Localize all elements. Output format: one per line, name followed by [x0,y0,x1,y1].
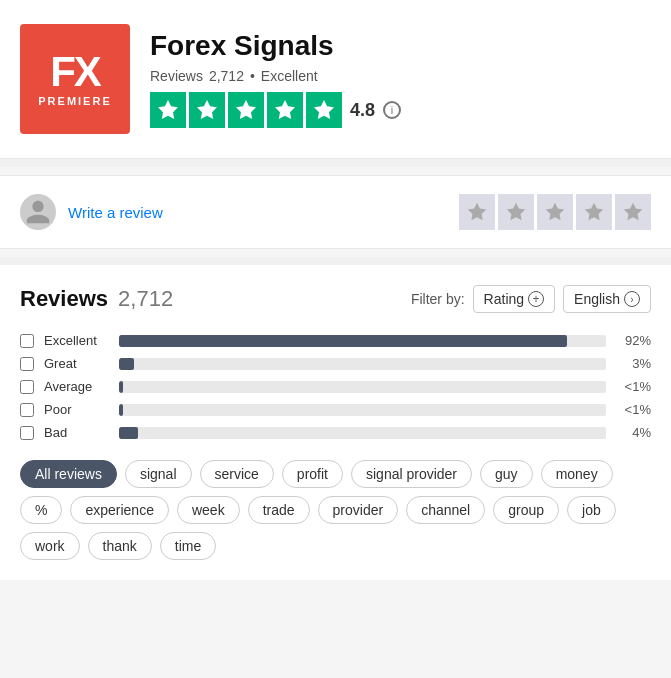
poor-bar [119,404,123,416]
tag-channel[interactable]: channel [406,496,485,524]
reviews-label: Reviews [150,68,203,84]
rating-filter-button[interactable]: Rating + [473,285,555,313]
filter-area: Filter by: Rating + English › [411,285,651,313]
empty-star-1 [459,194,495,230]
bad-pct: 4% [616,425,651,440]
reviews-meta: Reviews 2,712 • Excellent [150,68,401,84]
tags-section: All reviewssignalserviceprofitsignal pro… [20,460,651,560]
company-logo: FX PREMIERE [20,24,130,134]
star-2 [189,92,225,128]
language-filter-button[interactable]: English › [563,285,651,313]
bad-checkbox[interactable] [20,426,34,440]
great-pct: 3% [616,356,651,371]
bad-bar-container [119,427,606,439]
tag-money[interactable]: money [541,460,613,488]
tag-thank[interactable]: thank [88,532,152,560]
empty-star-2 [498,194,534,230]
reviews-title: Reviews [20,286,108,312]
quality-label: Excellent [261,68,318,84]
star-4 [267,92,303,128]
top-section: FX PREMIERE Forex Signals Reviews 2,712 … [0,0,671,159]
user-area: Write a review [20,194,163,230]
great-bar-container [119,358,606,370]
logo-premiere: PREMIERE [38,95,111,107]
rating-row-bad[interactable]: Bad 4% [20,425,651,440]
logo-fx: FX [50,51,100,93]
tag-group[interactable]: group [493,496,559,524]
tag-All-reviews[interactable]: All reviews [20,460,117,488]
average-label: Average [44,379,109,394]
bad-label: Bad [44,425,109,440]
tag-%[interactable]: % [20,496,62,524]
dot-separator: • [250,68,255,84]
tag-work[interactable]: work [20,532,80,560]
excellent-pct: 92% [616,333,651,348]
reviews-count-main: 2,712 [118,286,173,312]
tag-time[interactable]: time [160,532,216,560]
tag-job[interactable]: job [567,496,616,524]
poor-label: Poor [44,402,109,417]
company-name: Forex Signals [150,30,401,62]
poor-pct: <1% [616,402,651,417]
average-pct: <1% [616,379,651,394]
tag-signal-provider[interactable]: signal provider [351,460,472,488]
excellent-checkbox[interactable] [20,334,34,348]
language-filter-label: English [574,291,620,307]
avatar [20,194,56,230]
language-arrow-icon: › [624,291,640,307]
reviews-title-area: Reviews 2,712 [20,286,173,312]
write-review-link[interactable]: Write a review [68,204,163,221]
tag-service[interactable]: service [200,460,274,488]
tag-provider[interactable]: provider [318,496,399,524]
tag-guy[interactable]: guy [480,460,533,488]
bad-bar [119,427,138,439]
star-5 [306,92,342,128]
svg-marker-5 [468,203,486,220]
great-bar [119,358,134,370]
rating-row-average[interactable]: Average <1% [20,379,651,394]
average-bar-container [119,381,606,393]
empty-stars [459,194,651,230]
reviews-section: Reviews 2,712 Filter by: Rating + Englis… [0,265,671,580]
tag-experience[interactable]: experience [70,496,169,524]
trust-stars [150,92,342,128]
excellent-bar [119,335,567,347]
divider-2 [0,257,671,265]
rating-filter-label: Rating [484,291,524,307]
tag-trade[interactable]: trade [248,496,310,524]
stars-row: 4.8 i [150,92,401,128]
tag-signal[interactable]: signal [125,460,192,488]
average-checkbox[interactable] [20,380,34,394]
tag-week[interactable]: week [177,496,240,524]
svg-marker-0 [158,100,178,119]
star-3 [228,92,264,128]
excellent-label: Excellent [44,333,109,348]
svg-marker-6 [507,203,525,220]
poor-checkbox[interactable] [20,403,34,417]
poor-bar-container [119,404,606,416]
rating-row-poor[interactable]: Poor <1% [20,402,651,417]
svg-marker-3 [275,100,295,119]
excellent-bar-container [119,335,606,347]
svg-marker-7 [546,203,564,220]
rating-number: 4.8 [350,100,375,121]
svg-marker-2 [236,100,256,119]
rating-plus-icon: + [528,291,544,307]
rating-row-excellent[interactable]: Excellent 92% [20,333,651,348]
great-label: Great [44,356,109,371]
filter-label: Filter by: [411,291,465,307]
rating-bars: Excellent 92% Great 3% Average <1% Poor [20,333,651,440]
rating-row-great[interactable]: Great 3% [20,356,651,371]
great-checkbox[interactable] [20,357,34,371]
svg-marker-9 [624,203,642,220]
svg-marker-4 [314,100,334,119]
svg-marker-1 [197,100,217,119]
empty-star-5 [615,194,651,230]
empty-star-4 [576,194,612,230]
tag-profit[interactable]: profit [282,460,343,488]
star-1 [150,92,186,128]
reviews-count-header: 2,712 [209,68,244,84]
write-review-section: Write a review [0,175,671,249]
reviews-header: Reviews 2,712 Filter by: Rating + Englis… [20,285,651,313]
info-icon[interactable]: i [383,101,401,119]
